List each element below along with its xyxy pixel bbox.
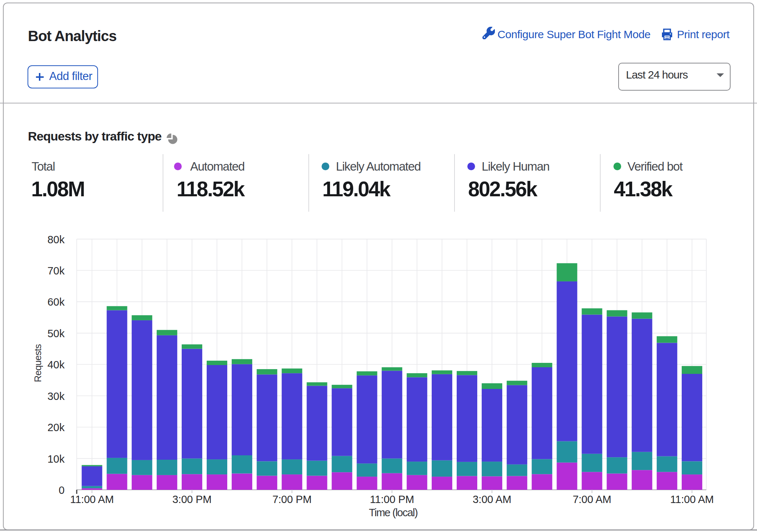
svg-text:Time (local): Time (local) — [369, 507, 417, 518]
svg-text:10k: 10k — [47, 453, 65, 465]
svg-text:60k: 60k — [47, 296, 65, 308]
svg-text:7:00 AM: 7:00 AM — [573, 493, 611, 505]
svg-text:0: 0 — [59, 484, 65, 496]
svg-text:70k: 70k — [47, 265, 65, 277]
svg-text:30k: 30k — [47, 390, 65, 402]
svg-text:11:00 AM: 11:00 AM — [70, 493, 114, 505]
svg-text:80k: 80k — [47, 234, 65, 245]
svg-text:11:00 AM: 11:00 AM — [670, 493, 714, 505]
svg-text:40k: 40k — [47, 359, 65, 371]
svg-text:Requests: Requests — [32, 344, 43, 382]
svg-text:3:00 PM: 3:00 PM — [173, 493, 212, 505]
svg-text:3:00 AM: 3:00 AM — [473, 493, 511, 505]
svg-text:20k: 20k — [47, 422, 65, 433]
svg-text:7:00 PM: 7:00 PM — [272, 493, 312, 505]
svg-text:50k: 50k — [47, 328, 65, 339]
svg-text:11:00 PM: 11:00 PM — [370, 493, 414, 505]
